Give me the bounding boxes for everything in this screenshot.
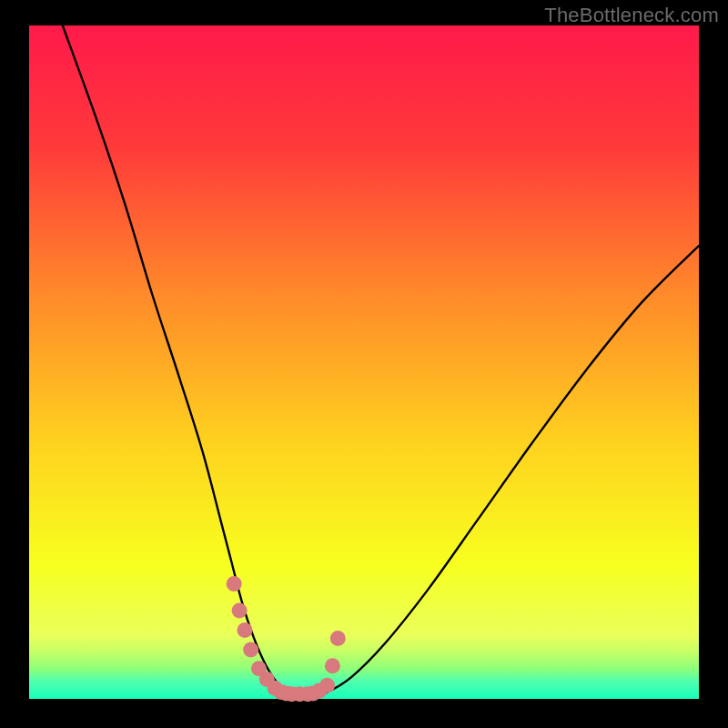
- optimal-dot: [237, 622, 252, 638]
- bottleneck-chart: [0, 0, 728, 728]
- watermark-text: TheBottleneck.com: [544, 4, 719, 27]
- optimal-dot: [330, 631, 346, 646]
- chart-stage: TheBottleneck.com: [0, 0, 728, 728]
- gradient-background: [29, 25, 699, 699]
- optimal-dot: [227, 576, 242, 592]
- optimal-dot: [243, 642, 258, 657]
- optimal-dot: [319, 678, 335, 693]
- optimal-dot: [325, 658, 340, 673]
- optimal-dot: [232, 603, 248, 619]
